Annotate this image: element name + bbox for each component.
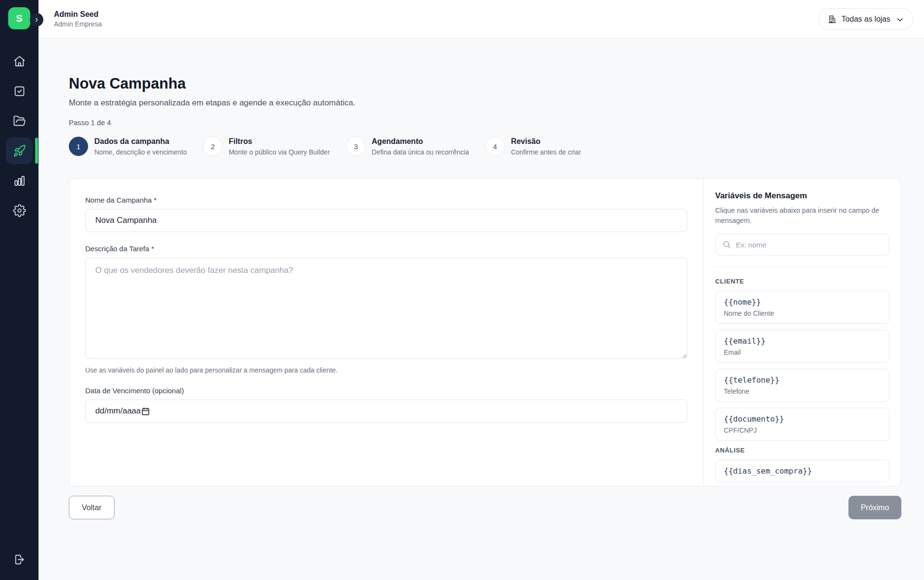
active-indicator-bar bbox=[35, 138, 38, 164]
variable-card-telefone[interactable]: {{telefone}} Telefone bbox=[715, 369, 889, 402]
tasks-icon bbox=[13, 85, 26, 98]
wizard-stepper: 1 Dados da campanha Nome, descrição e ve… bbox=[69, 137, 901, 156]
step-number: 3 bbox=[346, 137, 365, 156]
top-header: Admin Seed Admin Empresa Todas as lojas bbox=[38, 0, 924, 39]
variables-panel-title: Variáveis de Mensagem bbox=[715, 191, 889, 201]
user-block: Admin Seed Admin Empresa bbox=[54, 10, 102, 28]
page-subtitle: Monte a estratégia personalizada em etap… bbox=[69, 98, 901, 108]
sidebar-item-logout[interactable] bbox=[7, 547, 31, 571]
step-revisao: 4 Revisão Confirme antes de criar bbox=[486, 137, 581, 156]
variable-token: {{email}} bbox=[724, 336, 881, 346]
step-number: 1 bbox=[69, 137, 88, 156]
variable-token: {{nome}} bbox=[724, 297, 881, 307]
variable-card-email[interactable]: {{email}} Email bbox=[715, 330, 889, 363]
variable-card-documento[interactable]: {{documento}} CPF/CNPJ bbox=[715, 408, 889, 441]
step-subtitle: Monte o público via Query Builder bbox=[229, 148, 330, 156]
variable-card-nome[interactable]: {{nome}} Nome do Cliente bbox=[715, 291, 889, 324]
step-title: Revisão bbox=[511, 137, 581, 146]
variable-description: Telefone bbox=[724, 387, 881, 395]
variable-token: {{dias_sem_compra}} bbox=[724, 466, 881, 476]
sidebar-expand-toggle[interactable] bbox=[30, 13, 43, 26]
sidebar-item-settings[interactable] bbox=[6, 197, 33, 224]
variable-token: {{telefone}} bbox=[724, 375, 881, 385]
sidebar-nav bbox=[6, 48, 33, 224]
step-number: 2 bbox=[203, 137, 222, 156]
variable-card-dias-sem-compra[interactable]: {{dias_sem_compra}} bbox=[715, 460, 889, 482]
variable-token: {{documento}} bbox=[724, 414, 881, 424]
page-title: Nova Campanha bbox=[69, 75, 901, 92]
step-title: Filtros bbox=[229, 137, 330, 146]
campaign-name-input[interactable] bbox=[85, 209, 687, 232]
next-button[interactable]: Próximo bbox=[848, 496, 901, 519]
back-button[interactable]: Voltar bbox=[69, 496, 115, 519]
sidebar-item-analytics[interactable] bbox=[6, 167, 33, 194]
step-title: Dados da campanha bbox=[94, 137, 187, 146]
avatar[interactable]: S bbox=[8, 7, 30, 29]
step-indicator: Passo 1 de 4 bbox=[69, 118, 901, 127]
folder-icon bbox=[13, 115, 26, 128]
main-content: Nova Campanha Monte a estratégia persona… bbox=[38, 39, 924, 580]
campaign-name-label: Nome da Campanha * bbox=[85, 196, 687, 204]
variable-description: Email bbox=[724, 348, 881, 356]
task-description-label: Descrição da Tarefa * bbox=[85, 245, 687, 253]
variables-search-box[interactable] bbox=[715, 233, 889, 256]
message-variables-panel: Variáveis de Mensagem Clique nas variáve… bbox=[703, 179, 901, 486]
chevron-down-icon bbox=[895, 15, 904, 24]
user-role: Admin Empresa bbox=[54, 20, 102, 28]
step-title: Agendamento bbox=[372, 137, 469, 146]
building-icon bbox=[827, 14, 837, 24]
variables-list: CLIENTE {{nome}} Nome do Cliente {{email… bbox=[715, 267, 889, 482]
due-date-input[interactable]: dd/mm/aaaa bbox=[85, 400, 687, 423]
task-description-textarea[interactable] bbox=[85, 258, 687, 359]
sidebar-item-folder[interactable] bbox=[6, 107, 33, 134]
calendar-icon[interactable] bbox=[141, 407, 150, 416]
sidebar-item-home[interactable] bbox=[6, 48, 33, 75]
sidebar-item-campaigns[interactable] bbox=[6, 137, 33, 164]
step-subtitle: Nome, descrição e vencimento bbox=[94, 148, 187, 156]
step-filtros: 2 Filtros Monte o público via Query Buil… bbox=[203, 137, 330, 156]
variable-description: Nome do Cliente bbox=[724, 309, 881, 317]
due-date-label: Data de Vencimento (opcional) bbox=[85, 387, 687, 395]
variables-panel-description: Clique nas variáveis abaixo para inserir… bbox=[715, 206, 889, 226]
step-agendamento: 3 Agendamento Defina data única ou recor… bbox=[346, 137, 469, 156]
sidebar-item-tasks[interactable] bbox=[6, 77, 33, 104]
rocket-icon bbox=[13, 144, 26, 157]
due-date-placeholder: dd/mm/aaaa bbox=[95, 406, 141, 416]
description-helper-text: Use as variáveis do painel ao lado para … bbox=[85, 366, 687, 374]
home-icon bbox=[13, 55, 26, 68]
step-number: 4 bbox=[486, 137, 505, 156]
search-icon bbox=[722, 240, 731, 249]
campaign-form: Nome da Campanha * Descrição da Tarefa *… bbox=[69, 179, 703, 486]
logout-icon bbox=[13, 553, 26, 566]
store-selector-label: Todas as lojas bbox=[842, 15, 890, 24]
variables-search-input[interactable] bbox=[736, 241, 882, 249]
campaign-form-card: Nome da Campanha * Descrição da Tarefa *… bbox=[69, 178, 901, 487]
sidebar: S bbox=[0, 0, 38, 580]
step-subtitle: Confirme antes de criar bbox=[511, 148, 581, 156]
gear-icon bbox=[13, 204, 26, 217]
store-selector[interactable]: Todas as lojas bbox=[818, 8, 913, 30]
step-dados-da-campanha: 1 Dados da campanha Nome, descrição e ve… bbox=[69, 137, 187, 156]
step-subtitle: Defina data única ou recorrência bbox=[372, 148, 469, 156]
chevron-right-icon bbox=[33, 16, 40, 23]
variables-group-analise: ANÁLISE bbox=[715, 447, 889, 454]
wizard-footer: Voltar Próximo bbox=[69, 496, 901, 519]
variable-description: CPF/CNPJ bbox=[724, 426, 881, 434]
user-name: Admin Seed bbox=[54, 10, 102, 19]
variables-group-cliente: CLIENTE bbox=[715, 278, 889, 285]
bar-chart-icon bbox=[13, 174, 26, 187]
